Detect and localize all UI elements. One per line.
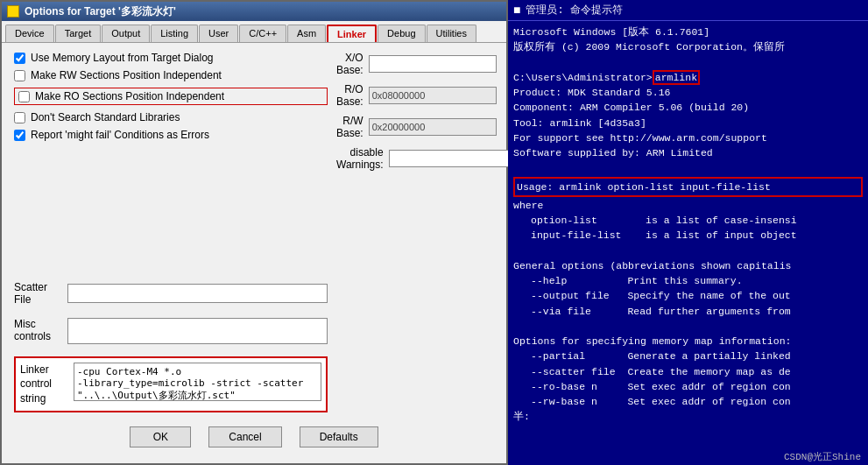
rw-base-input[interactable] [369, 118, 497, 136]
ok-button[interactable]: OK [130, 426, 191, 447]
cmd-line-9: Software supplied by: ARM Limited [513, 145, 863, 160]
tab-bar: Device Target Output Listing User C/C++ … [2, 21, 506, 43]
cmd-line-3 [513, 55, 863, 70]
cmd-line-scatter: --scatter file Create the memory map as … [513, 364, 863, 379]
defaults-button[interactable]: Defaults [300, 426, 378, 447]
tab-linker[interactable]: Linker [327, 25, 377, 42]
scatter-section: ScatterFile [14, 281, 328, 306]
make-ro-sections-label: Make RO Sections Position Independent [35, 90, 224, 102]
linker-label: Linkercontrolstring [20, 363, 68, 406]
tab-listing[interactable]: Listing [151, 25, 198, 42]
cmd-line-10 [513, 160, 863, 175]
options-dialog: Options for Target '多彩流水灯' Device Target… [0, 0, 508, 465]
cmd-line-usage: Usage: armlink option-list input-file-li… [513, 177, 863, 197]
cmd-line-input: input-file-list is a list of input objec… [513, 228, 863, 243]
dialog-title: Options for Target '多彩流水灯' [25, 4, 176, 19]
scatter-label: ScatterFile [14, 281, 62, 306]
cmd-line-4: C:\Users\Administrator>armlink [513, 70, 863, 85]
cmd-line-1: Microsoft Windows [版本 6.1.7601] [513, 25, 863, 39]
dont-search-checkbox[interactable] [14, 112, 25, 123]
use-memory-layout-row: Use Memory Layout from Target Dialog [14, 52, 328, 64]
disable-warnings-row: disable Warnings: [336, 146, 494, 171]
report-might-fail-checkbox[interactable] [14, 130, 25, 141]
cmd-panel: ■ 管理员: 命令提示符 Microsoft Windows [版本 6.1.7… [508, 0, 868, 465]
cmd-line-help: --help Print this summary. [513, 273, 863, 288]
misc-row: Misccontrols [14, 318, 328, 344]
dialog-content: Use Memory Layout from Target Dialog Mak… [2, 43, 506, 463]
cmd-body: Microsoft Windows [版本 6.1.7601] 版权所有 (c)… [508, 21, 868, 448]
cmd-line-ban: 半: [513, 409, 863, 424]
linker-control-section: Linkercontrolstring -cpu Cortex-M4 *.o -… [14, 356, 328, 412]
cmd-line-rw-base: --rw-base n Set exec addr of region con [513, 394, 863, 409]
ro-base-label: R/O Base: [336, 83, 363, 108]
button-row: OK Cancel Defaults [14, 418, 494, 454]
cmd-line-5: Product: MDK Standard 5.16 [513, 85, 863, 100]
dont-search-label: Don't Search Standard Libraries [31, 111, 180, 123]
ro-base-input[interactable] [369, 87, 497, 104]
tab-target[interactable]: Target [55, 25, 102, 42]
dialog-icon [7, 5, 19, 18]
cmd-line-output: --output file Specify the name of the ou… [513, 288, 863, 303]
cmd-line-options-mem: Options for specifying memory map inform… [513, 334, 863, 349]
cmd-line-ro-base: --ro-base n Set exec addr of region con [513, 379, 863, 394]
tab-utilities[interactable]: Utilities [427, 25, 476, 42]
scatter-row: ScatterFile [14, 281, 328, 306]
xo-base-label: X/O Base: [336, 52, 363, 76]
misc-input[interactable] [67, 318, 328, 344]
rw-base-label: R/W Base: [336, 115, 363, 139]
cmd-line-6: Component: ARM Compiler 5.06 (build 20) [513, 100, 863, 115]
watermark: CSDN@光正Shine [508, 448, 868, 465]
rw-base-row: R/W Base: [336, 115, 494, 139]
cmd-icon: ■ [513, 4, 520, 18]
dialog-titlebar: Options for Target '多彩流水灯' [2, 2, 506, 21]
cmd-line-blank3 [513, 319, 863, 334]
cmd-line-2: 版权所有 (c) 2009 Microsoft Corporation。保留所 [513, 39, 863, 54]
cmd-line-via: --via file Read further arguments from [513, 304, 863, 319]
dont-search-row: Don't Search Standard Libraries [14, 111, 328, 123]
cmd-title: 管理员: 命令提示符 [526, 3, 622, 18]
cmd-line-partial: --partial Generate a partially linked [513, 349, 863, 363]
cmd-line-7: Tool: armlink [4d35a3] [513, 116, 863, 130]
cancel-button[interactable]: Cancel [208, 426, 281, 447]
use-memory-layout-checkbox[interactable] [14, 53, 25, 64]
disable-warnings-label: disable Warnings: [336, 146, 384, 171]
cmd-titlebar: ■ 管理员: 命令提示符 [508, 0, 868, 21]
make-rw-sections-row: Make RW Sections Position Independent [14, 69, 328, 81]
cmd-line-option: option-list is a list of case-insensi [513, 213, 863, 228]
cmd-line-general: General options (abbreviations shown cap… [513, 258, 863, 273]
make-ro-sections-checkbox[interactable] [18, 91, 30, 102]
xo-base-input[interactable] [369, 55, 497, 73]
misc-label: Misccontrols [14, 318, 62, 342]
tab-asm[interactable]: Asm [287, 25, 326, 42]
main-area: Use Memory Layout from Target Dialog Mak… [14, 52, 494, 412]
tab-output[interactable]: Output [102, 25, 150, 42]
tab-device[interactable]: Device [5, 25, 54, 42]
make-ro-sections-row: Make RO Sections Position Independent [14, 88, 328, 105]
misc-section: Misccontrols [14, 318, 328, 344]
scatter-input[interactable] [67, 284, 328, 303]
ro-base-row: R/O Base: [336, 83, 494, 108]
report-might-fail-row: Report 'might fail' Conditions as Errors [14, 129, 328, 141]
tab-debug[interactable]: Debug [378, 25, 425, 42]
cmd-line-8: For support see http://www.arm.com/suppo… [513, 130, 863, 145]
tab-cpp[interactable]: C/C++ [239, 25, 286, 42]
linker-row: Linkercontrolstring -cpu Cortex-M4 *.o -… [20, 363, 321, 406]
make-rw-sections-checkbox[interactable] [14, 70, 25, 81]
report-might-fail-label: Report 'might fail' Conditions as Errors [31, 129, 209, 141]
use-memory-layout-label: Use Memory Layout from Target Dialog [31, 52, 214, 64]
linker-input[interactable]: -cpu Cortex-M4 *.o -library_type=microli… [74, 363, 321, 401]
right-col: X/O Base: R/O Base: R/W Base: disable Wa… [336, 52, 494, 412]
tab-user[interactable]: User [199, 25, 238, 42]
disable-warnings-input[interactable] [389, 150, 517, 167]
cmd-line-where: where [513, 198, 863, 213]
make-rw-sections-label: Make RW Sections Position Independent [31, 69, 222, 81]
cmd-line-blank2 [513, 243, 863, 258]
xo-base-row: X/O Base: [336, 52, 494, 76]
left-col: Use Memory Layout from Target Dialog Mak… [14, 52, 328, 412]
